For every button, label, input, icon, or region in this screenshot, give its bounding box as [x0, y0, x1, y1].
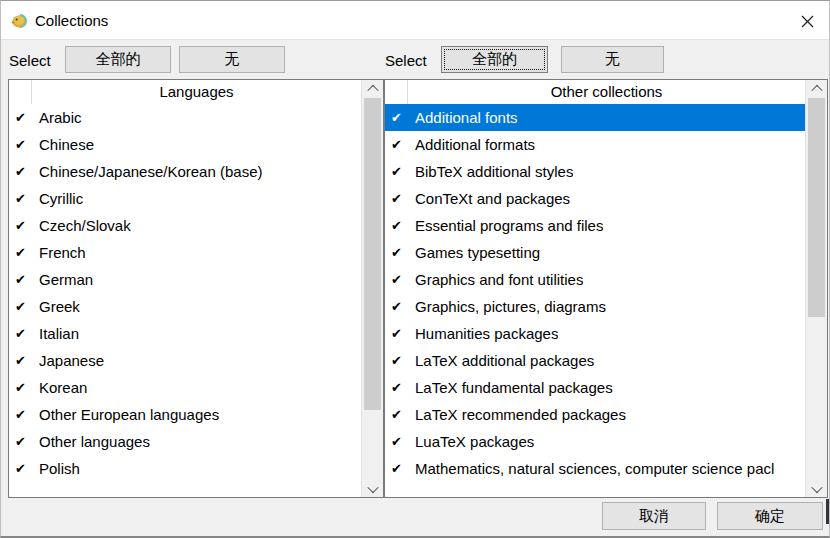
list-item-label: Games typesetting — [409, 244, 540, 261]
list-item[interactable]: ✔LaTeX fundamental packages — [385, 374, 805, 401]
check-icon: ✔ — [9, 326, 33, 341]
languages-panel-header: Languages — [9, 80, 361, 104]
other-collections-panel-header: Other collections — [385, 80, 805, 104]
check-icon: ✔ — [9, 245, 33, 260]
list-item-label: Italian — [33, 325, 79, 342]
check-icon: ✔ — [9, 407, 33, 422]
check-icon: ✔ — [9, 461, 33, 476]
languages-scrollbar[interactable] — [361, 80, 383, 497]
list-item[interactable]: ✔Arabic — [9, 104, 361, 131]
list-item[interactable]: ✔LuaTeX packages — [385, 428, 805, 455]
scroll-down-button[interactable] — [362, 480, 383, 497]
list-item[interactable]: ✔Mathematics, natural sciences, computer… — [385, 455, 805, 482]
scrollbar-thumb[interactable] — [808, 98, 825, 317]
left-select-none-button[interactable]: 无 — [179, 46, 285, 73]
list-item[interactable]: ✔BibTeX additional styles — [385, 158, 805, 185]
list-item[interactable]: ✔Chinese — [9, 131, 361, 158]
check-icon: ✔ — [9, 191, 33, 206]
list-item[interactable]: ✔Additional formats — [385, 131, 805, 158]
other-collections-panel: Other collections ✔Additional fonts✔Addi… — [384, 79, 828, 498]
list-item-label: German — [33, 271, 93, 288]
list-item-label: ConTeXt and packages — [409, 190, 570, 207]
left-select-all-button[interactable]: 全部的 — [65, 46, 171, 73]
list-item[interactable]: ✔French — [9, 239, 361, 266]
check-icon: ✔ — [385, 353, 409, 368]
list-item[interactable]: ✔Humanities packages — [385, 320, 805, 347]
scroll-up-button[interactable] — [806, 80, 827, 97]
check-icon: ✔ — [9, 299, 33, 314]
list-item[interactable]: ✔Graphics, pictures, diagrams — [385, 293, 805, 320]
check-icon: ✔ — [385, 272, 409, 287]
list-item[interactable]: ✔Czech/Slovak — [9, 212, 361, 239]
list-item-label: LuaTeX packages — [409, 433, 534, 450]
list-item-label: Czech/Slovak — [33, 217, 131, 234]
list-item-label: Korean — [33, 379, 87, 396]
list-item[interactable]: ✔Chinese/Japanese/Korean (base) — [9, 158, 361, 185]
list-item-label: Other European languages — [33, 406, 219, 423]
check-icon: ✔ — [385, 110, 409, 125]
list-item-label: LaTeX recommended packages — [409, 406, 626, 423]
list-item[interactable]: ✔Essential programs and files — [385, 212, 805, 239]
list-item[interactable]: ✔Other languages — [9, 428, 361, 455]
list-item-label: Greek — [33, 298, 80, 315]
list-item-label: Humanities packages — [409, 325, 558, 342]
list-item[interactable]: ✔ConTeXt and packages — [385, 185, 805, 212]
languages-panel: Languages ✔Arabic✔Chinese✔Chinese/Japane… — [8, 79, 384, 498]
list-item-label: Japanese — [33, 352, 104, 369]
cancel-button[interactable]: 取消 — [602, 502, 706, 530]
list-item[interactable]: ✔Greek — [9, 293, 361, 320]
list-item[interactable]: ✔Korean — [9, 374, 361, 401]
chevron-down-icon — [811, 481, 822, 492]
list-item-label: Other languages — [33, 433, 150, 450]
list-item[interactable]: ✔LaTeX additional packages — [385, 347, 805, 374]
list-item-label: Chinese/Japanese/Korean (base) — [33, 163, 262, 180]
list-item-label: Polish — [33, 460, 80, 477]
list-item[interactable]: ✔Graphics and font utilities — [385, 266, 805, 293]
scroll-up-button[interactable] — [362, 80, 383, 97]
list-item[interactable]: ✔Other European languages — [9, 401, 361, 428]
check-icon: ✔ — [9, 137, 33, 152]
other-collections-scrollbar[interactable] — [805, 80, 827, 497]
scrollbar-thumb[interactable] — [364, 98, 381, 410]
check-icon: ✔ — [385, 326, 409, 341]
chevron-up-icon — [811, 84, 822, 95]
check-icon: ✔ — [9, 434, 33, 449]
right-select-all-button[interactable]: 全部的 — [441, 46, 548, 73]
chevron-up-icon — [367, 84, 378, 95]
list-item[interactable]: ✔Polish — [9, 455, 361, 482]
right-select-label: Select — [385, 47, 427, 74]
check-icon: ✔ — [9, 380, 33, 395]
list-item-label: Additional formats — [409, 136, 535, 153]
check-icon: ✔ — [9, 164, 33, 179]
list-item-label: LaTeX fundamental packages — [409, 379, 613, 396]
list-item-label: BibTeX additional styles — [409, 163, 573, 180]
check-icon: ✔ — [9, 272, 33, 287]
list-item-label: Graphics, pictures, diagrams — [409, 298, 606, 315]
check-icon: ✔ — [385, 434, 409, 449]
list-item[interactable]: ✔Italian — [9, 320, 361, 347]
list-item[interactable]: ✔German — [9, 266, 361, 293]
ok-button[interactable]: 确定 — [717, 502, 823, 530]
list-item[interactable]: ✔Japanese — [9, 347, 361, 374]
list-item[interactable]: ✔LaTeX recommended packages — [385, 401, 805, 428]
check-icon: ✔ — [385, 137, 409, 152]
check-icon: ✔ — [385, 191, 409, 206]
check-icon: ✔ — [385, 380, 409, 395]
other-collections-header-label: Other collections — [408, 80, 805, 104]
check-column-header — [9, 80, 32, 104]
list-item[interactable]: ✔Additional fonts — [385, 104, 805, 131]
list-item-label: Arabic — [33, 109, 82, 126]
list-item-label: Essential programs and files — [409, 217, 603, 234]
list-item-label: French — [33, 244, 86, 261]
right-select-none-button[interactable]: 无 — [561, 46, 664, 73]
check-icon: ✔ — [9, 218, 33, 233]
list-item[interactable]: ✔Games typesetting — [385, 239, 805, 266]
collections-dialog: Collections Select 全部的 无 Select 全部的 无 La… — [0, 0, 830, 538]
check-icon: ✔ — [9, 353, 33, 368]
check-icon: ✔ — [9, 110, 33, 125]
window-title: Collections — [35, 1, 108, 40]
close-button[interactable] — [793, 9, 821, 33]
scroll-down-button[interactable] — [806, 480, 827, 497]
background-window-artifact — [826, 499, 829, 524]
list-item[interactable]: ✔Cyrillic — [9, 185, 361, 212]
